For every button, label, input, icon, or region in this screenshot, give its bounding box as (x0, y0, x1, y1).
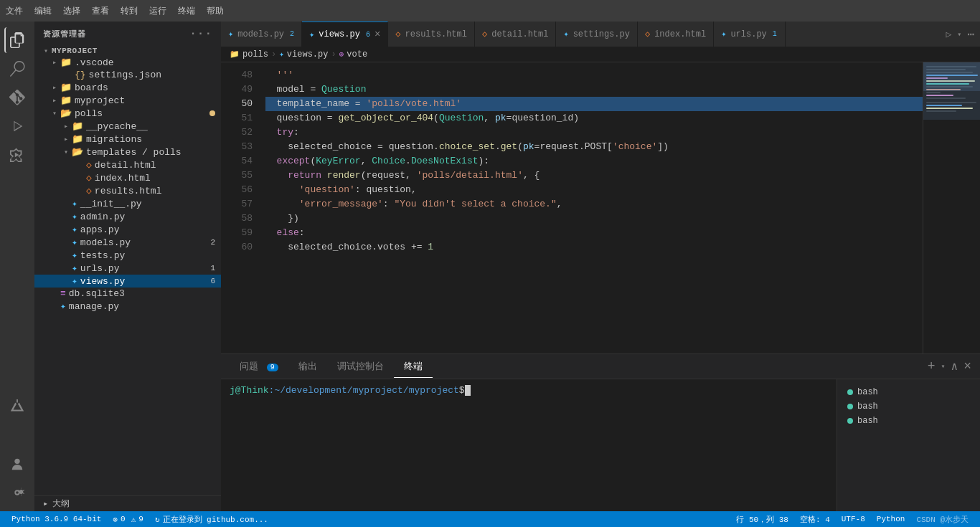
code-content[interactable]: ''' model = Question template_name = 'po… (257, 62, 923, 353)
sidebar-item-apps-py[interactable]: ✦ apps.py (34, 223, 221, 236)
sidebar-item-db-sqlite3[interactable]: ≡ db.sqlite3 (34, 288, 221, 300)
tab-close-button[interactable]: × (374, 29, 380, 39)
chevron-right-icon: ▸ (60, 135, 72, 143)
bash-session-1[interactable]: bash (843, 385, 974, 399)
sidebar: 资源管理器 ··· ▾ MYPROJECT ▸ 📁 .vscode {} set… (34, 22, 221, 511)
sidebar-item-manage-py[interactable]: ✦ manage.py (34, 300, 221, 313)
sidebar-item-index-html[interactable]: ◇ index.html (34, 171, 221, 184)
sidebar-item-templates[interactable]: ▾ 📂 templates / polls (34, 146, 221, 158)
status-spaces[interactable]: 空格: 4 (794, 514, 836, 525)
panel-tab-problems[interactable]: 问题 9 (230, 356, 288, 377)
menu-item-运行[interactable]: 运行 (149, 5, 166, 17)
menu-item-转到[interactable]: 转到 (121, 5, 138, 17)
code-line-52: try: (265, 125, 923, 140)
tree-project-root[interactable]: ▾ MYPROJECT (34, 46, 221, 56)
sidebar-item-views-py[interactable]: ✦ views.py 6 (34, 275, 221, 288)
sidebar-item-migrations[interactable]: ▸ 📁 migrations (34, 133, 221, 146)
db-file-icon: ≡ (60, 288, 66, 299)
panel-tab-debug[interactable]: 调试控制台 (327, 356, 394, 377)
sidebar-item-pycache[interactable]: ▸ 📁 __pycache__ (34, 120, 221, 133)
breadcrumb-vote[interactable]: vote (347, 49, 367, 60)
menu-item-文件[interactable]: 文件 (6, 5, 23, 17)
tab-index-html[interactable]: ◇ index.html (638, 22, 714, 47)
menu-item-帮助[interactable]: 帮助 (207, 5, 224, 17)
test-icon[interactable] (4, 394, 30, 419)
bash-session-2[interactable]: bash (843, 399, 974, 414)
extensions-icon[interactable] (4, 142, 30, 168)
menu-item-终端[interactable]: 终端 (178, 5, 195, 17)
output-label: 输出 (298, 361, 317, 372)
sidebar-label-boards: boards (75, 82, 108, 93)
run-debug-icon[interactable] (4, 113, 30, 139)
account-icon[interactable] (4, 451, 30, 477)
run-dropdown-icon[interactable]: ▾ (957, 30, 961, 39)
code-line-54: except(KeyError, Choice.DoesNotExist): (265, 154, 923, 168)
models-badge: 2 (210, 238, 221, 247)
close-panel-button[interactable]: × (963, 359, 971, 374)
language-label: Python (877, 515, 905, 523)
explorer-icon[interactable] (4, 27, 30, 53)
sidebar-item-tests-py[interactable]: ✦ tests.py (34, 249, 221, 262)
sidebar-item-models-py[interactable]: ✦ models.py 2 (34, 236, 221, 249)
sidebar-item-results-html[interactable]: ◇ results.html (34, 184, 221, 197)
sidebar-header: 资源管理器 ··· (34, 22, 221, 46)
sidebar-item-myproject[interactable]: ▸ 📁 myproject (34, 94, 221, 107)
tab-detail-html[interactable]: ◇ detail.html (475, 22, 556, 47)
status-encoding[interactable]: UTF-8 (836, 515, 871, 523)
add-terminal-button[interactable]: + (928, 359, 936, 374)
breadcrumb-views[interactable]: views.py (287, 49, 329, 60)
svg-point-0 (14, 459, 19, 464)
sidebar-item-polls[interactable]: ▾ 📂 polls (34, 107, 221, 120)
sidebar-item-urls-py[interactable]: ✦ urls.py 1 (34, 262, 221, 275)
menu-item-查看[interactable]: 查看 (92, 5, 109, 17)
split-editor-icon[interactable]: ⋯ (967, 27, 974, 42)
tab-badge-views: 6 (366, 31, 370, 39)
folder-open-icon: 📂 (60, 108, 72, 119)
search-icon[interactable] (4, 56, 30, 82)
sidebar-label-settings-json: settings.json (89, 70, 161, 80)
html-tab-icon: ◇ (645, 29, 650, 39)
tab-settings-py[interactable]: ✦ settings.py (556, 22, 637, 47)
terminal-dropdown-icon[interactable]: ▾ (941, 362, 946, 371)
bash-session-3[interactable]: bash (843, 414, 974, 428)
sidebar-item-vscode[interactable]: ▸ 📁 .vscode (34, 56, 221, 69)
sidebar-label-models-py: models.py (80, 237, 131, 248)
status-python-version[interactable]: Python 3.6.9 64-bit (6, 515, 107, 523)
line-num-54: 54 (221, 154, 253, 168)
status-errors[interactable]: ⊗ 0 ⚠ 9 (107, 515, 149, 524)
sidebar-item-detail-html[interactable]: ◇ detail.html (34, 158, 221, 171)
menu-item-编辑[interactable]: 编辑 (34, 5, 52, 17)
folder-icon: 📁 (72, 120, 83, 132)
sidebar-item-admin-py[interactable]: ✦ admin.py (34, 210, 221, 223)
maximize-panel-button[interactable]: ∧ (951, 359, 958, 374)
panel-tab-output[interactable]: 输出 (288, 356, 327, 377)
tab-models-py[interactable]: ✦ models.py 2 (221, 22, 302, 47)
tab-views-py[interactable]: ✦ views.py 6 × (302, 22, 388, 47)
sidebar-menu-button[interactable]: ··· (189, 27, 212, 40)
status-bar: Python 3.6.9 64-bit ⊗ 0 ⚠ 9 ↻ 正在登录到 gith… (0, 511, 980, 527)
status-git[interactable]: ↻ 正在登录到 github.com... (149, 514, 274, 525)
status-position[interactable]: 行 50，列 38 (730, 514, 794, 525)
editor-area: ✦ models.py 2 ✦ views.py 6 × ◇ results.h… (221, 22, 980, 511)
git-icon[interactable] (4, 85, 30, 110)
breadcrumb-sep1: › (271, 49, 276, 60)
sidebar-item-settings-json[interactable]: {} settings.json (34, 69, 221, 81)
breadcrumb-polls[interactable]: polls (242, 49, 268, 60)
tab-urls-py[interactable]: ✦ urls.py 1 (714, 22, 786, 47)
tab-results-html[interactable]: ◇ results.html (388, 22, 475, 47)
terminal-body[interactable]: j@Think:~/development/myproject/myprojec… (221, 379, 837, 511)
run-icon[interactable]: ▷ (946, 29, 952, 40)
urls-badge: 1 (210, 264, 221, 272)
editor-body: 48 49 50 51 52 53 54 55 56 57 58 59 60 (221, 62, 980, 353)
menu-item-选择[interactable]: 选择 (63, 5, 80, 17)
outline-section[interactable]: ▸ 大纲 (34, 495, 221, 511)
breadcrumb-folder-icon: 📁 (230, 49, 240, 59)
sidebar-item-init-py[interactable]: ✦ __init__.py (34, 197, 221, 210)
py-tab-icon: ✦ (721, 29, 726, 39)
status-language[interactable]: Python (871, 515, 911, 523)
terminal-prompt-path: :~/development/myproject/myproject (269, 385, 459, 396)
settings-icon[interactable] (4, 480, 30, 505)
panel-tab-terminal[interactable]: 终端 (394, 356, 433, 378)
sidebar-item-boards[interactable]: ▸ 📁 boards (34, 81, 221, 94)
html-tab-icon: ◇ (482, 29, 487, 39)
